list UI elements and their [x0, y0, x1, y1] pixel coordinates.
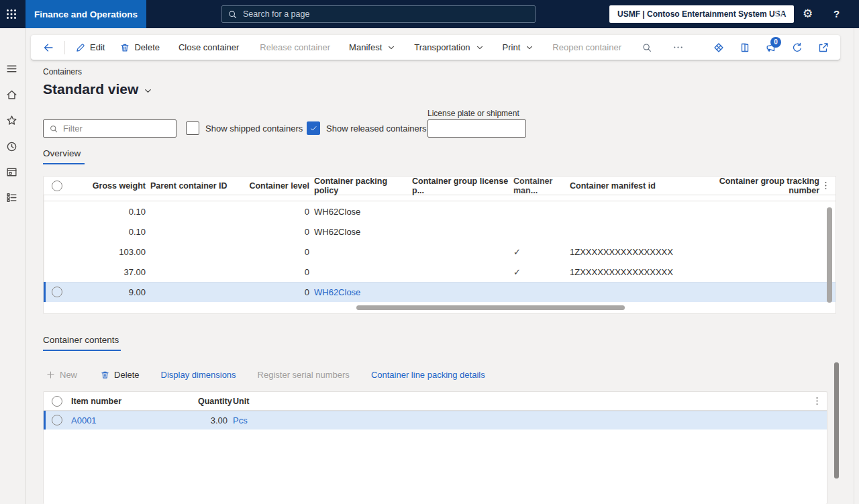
vertical-scrollbar[interactable]: [827, 207, 832, 303]
chevron-down-icon: [144, 87, 152, 95]
page-right-edge-divider: [854, 28, 854, 504]
tab-overview[interactable]: Overview: [43, 148, 85, 164]
page-caption: Containers: [43, 67, 82, 77]
col-tracking-number[interactable]: Container group tracking number: [704, 177, 819, 195]
action-pane: Edit Delete Close container Release cont…: [31, 35, 840, 60]
modules-list-icon[interactable]: [5, 191, 18, 204]
refresh-icon[interactable]: [791, 42, 803, 54]
actionbar-right-icons: 0: [713, 42, 840, 54]
edit-button[interactable]: Edit: [68, 35, 112, 60]
grid-header-row: Gross weight Parent container ID Contain…: [44, 177, 836, 195]
col-quantity[interactable]: Quantity: [198, 397, 228, 406]
checkbox-unchecked[interactable]: [186, 121, 199, 135]
close-container-button[interactable]: Close container: [167, 35, 250, 60]
table-row[interactable]: 0.10 0 WH62Close: [44, 221, 836, 242]
checkbox-checked[interactable]: [307, 121, 320, 135]
filter-input[interactable]: [63, 123, 181, 134]
col-packing-policy[interactable]: Container packing policy: [309, 177, 407, 195]
select-all-radio[interactable]: [44, 392, 70, 410]
packing-policy-link[interactable]: WH62Close: [309, 287, 407, 297]
delete-line-button[interactable]: Delete: [91, 370, 148, 380]
col-container-level[interactable]: Container level: [233, 181, 309, 191]
row-select[interactable]: [44, 201, 70, 221]
item-number-link[interactable]: A0001: [70, 415, 198, 425]
global-search-box[interactable]: [221, 5, 536, 23]
register-serial-numbers-button[interactable]: Register serial numbers: [249, 370, 358, 380]
quick-filter-box[interactable]: [43, 119, 176, 138]
trash-icon: [119, 42, 130, 53]
license-plate-label: License plate or shipment: [427, 109, 519, 118]
col-item-number[interactable]: Item number: [70, 397, 198, 406]
col-group-license[interactable]: Container group license p...: [407, 177, 509, 195]
horizontal-scrollbar[interactable]: [356, 305, 625, 310]
view-title-label: Standard view: [43, 81, 138, 97]
delete-button[interactable]: Delete: [112, 35, 167, 60]
trash-icon: [100, 370, 110, 380]
manifested-checkmark: ✓: [509, 247, 570, 257]
container-contents-grid: Item number Quantity Unit A0001 3.00 Pcs: [43, 391, 827, 504]
show-released-containers-checkbox[interactable]: Show released containers: [307, 121, 427, 135]
row-select[interactable]: [44, 221, 70, 242]
col-container-man[interactable]: Container man...: [509, 177, 570, 195]
chevron-down-icon: [387, 44, 395, 52]
release-container-button[interactable]: Release container: [250, 35, 340, 60]
more-commands-ellipsis-icon[interactable]: [663, 35, 693, 60]
view-title-dropdown[interactable]: Standard view: [43, 81, 152, 97]
recent-clock-icon[interactable]: [5, 140, 18, 153]
pencil-icon: [75, 42, 86, 53]
tab-container-contents[interactable]: Container contents: [43, 335, 121, 351]
app-name-button[interactable]: Finance and Operations: [26, 0, 146, 28]
help-icon[interactable]: ?: [833, 6, 840, 22]
global-search-input[interactable]: [243, 9, 529, 19]
container-contents-toolbar: New Delete Display dimensions Register s…: [43, 366, 494, 383]
row-radio[interactable]: [44, 282, 70, 302]
settings-gear-icon[interactable]: ⚙: [803, 6, 813, 22]
reopen-container-button[interactable]: Reopen container: [543, 35, 631, 60]
display-dimensions-button[interactable]: Display dimensions: [152, 370, 245, 380]
search-icon: [49, 124, 58, 134]
company-selector-button[interactable]: USMF | Contoso Entertainment System USA: [609, 5, 794, 23]
container-line-packing-details-button[interactable]: Container line packing details: [362, 370, 494, 380]
message-center-megaphone-icon[interactable]: 0: [765, 42, 777, 54]
notifications-bell-icon[interactable]: [773, 8, 785, 20]
open-in-new-window-icon[interactable]: [817, 42, 829, 54]
workspaces-icon[interactable]: [5, 166, 18, 179]
table-row[interactable]: 0.10 0 WH62Close: [44, 201, 836, 221]
page-vertical-scrollbar[interactable]: [834, 362, 839, 478]
hamburger-menu-icon[interactable]: [5, 62, 18, 75]
license-plate-input[interactable]: [428, 120, 525, 137]
license-plate-field[interactable]: [427, 119, 526, 138]
show-shipped-containers-checkbox[interactable]: Show shipped containers: [186, 121, 303, 135]
new-button[interactable]: New: [43, 370, 86, 380]
toolbar-divider: [64, 41, 65, 54]
table-row[interactable]: 103.00 0 ✓ 1ZXXXXXXXXXXXXXXXX: [44, 242, 836, 262]
favorites-star-icon[interactable]: [5, 114, 18, 127]
row-radio[interactable]: [44, 411, 70, 430]
table-row-selected[interactable]: 9.00 0 WH62Close: [44, 282, 836, 302]
containers-grid: Gross weight Parent container ID Contain…: [43, 176, 836, 314]
app-launcher-waffle-icon[interactable]: [5, 8, 17, 20]
grid-options-ellipsis-icon[interactable]: [812, 396, 823, 407]
col-gross-weight[interactable]: Gross weight: [70, 181, 146, 191]
manifest-menu-button[interactable]: Manifest: [340, 35, 405, 60]
row-select[interactable]: [44, 242, 70, 262]
col-unit[interactable]: Unit: [228, 397, 249, 406]
select-all-radio[interactable]: [44, 177, 70, 195]
back-button[interactable]: [35, 35, 62, 60]
chevron-down-icon: [476, 44, 484, 52]
row-select[interactable]: [44, 262, 70, 282]
grid-options-ellipsis-icon[interactable]: [821, 181, 831, 191]
grid-header-row: Item number Quantity Unit: [44, 392, 827, 411]
unit-link[interactable]: Pcs: [228, 415, 248, 425]
actionbar-search-icon[interactable]: [631, 35, 663, 60]
table-row[interactable]: 37.00 0 ✓ 1ZXXXXXXXXXXXXXXXX: [44, 262, 836, 282]
plus-icon: [46, 370, 56, 380]
open-book-icon[interactable]: [739, 42, 751, 54]
table-row-selected[interactable]: A0001 3.00 Pcs: [44, 411, 827, 430]
personalize-diamond-icon[interactable]: [713, 42, 725, 54]
home-icon[interactable]: [5, 89, 18, 101]
transportation-menu-button[interactable]: Transportation: [405, 35, 493, 60]
print-menu-button[interactable]: Print: [493, 35, 544, 60]
col-manifest-id[interactable]: Container manifest id: [570, 181, 704, 191]
col-parent-container-id[interactable]: Parent container ID: [146, 181, 233, 191]
